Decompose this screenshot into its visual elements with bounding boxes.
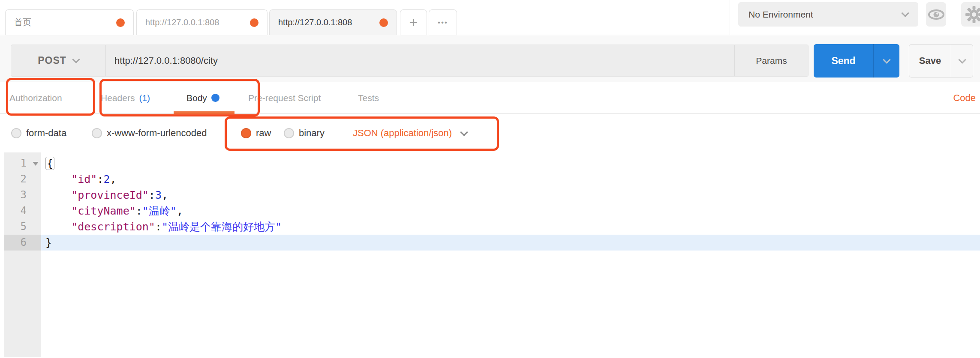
method-label: POST	[38, 55, 66, 66]
request-tab-1[interactable]: 首页	[5, 9, 134, 35]
body-type-option-x-www-form-urlencoded[interactable]: x-www-form-urlencoded	[92, 114, 207, 152]
code-line-content[interactable]: "provinceId":3,	[41, 187, 980, 203]
unsaved-changes-dot-icon	[116, 18, 125, 27]
tab-body[interactable]: Body	[186, 82, 219, 113]
headers-count-badge: (1)	[139, 93, 150, 103]
body-type-row: form-datax-www-form-urlencodedrawbinary …	[0, 114, 980, 152]
tab-authorization[interactable]: Authorization	[9, 82, 62, 113]
radio-label: binary	[299, 128, 325, 139]
editor-line-4[interactable]: 4 "cityName":"温岭",	[0, 203, 980, 219]
radio-label: form-data	[26, 128, 66, 139]
body-type-option-binary[interactable]: binary	[284, 114, 325, 152]
postman-window: 首页http://127.0.0.1:808http://127.0.0.1:8…	[0, 0, 980, 358]
send-button[interactable]: Send	[814, 44, 899, 78]
tab-label: http://127.0.0.1:808	[278, 18, 374, 27]
code-token-str: "温岭"	[142, 205, 177, 217]
chevron-down-icon	[958, 56, 966, 63]
code-token-plain	[45, 221, 71, 233]
tab-headers[interactable]: Headers(1)	[101, 82, 150, 113]
code-token-plain	[45, 173, 71, 185]
code-token-punc: ,	[177, 205, 183, 217]
tab-label: 首页	[14, 17, 111, 28]
tab-pre-request-script[interactable]: Pre-request Script	[248, 82, 321, 113]
code-token-key: "cityName"	[71, 205, 136, 217]
editor-line-1[interactable]: 1{	[0, 155, 980, 171]
tab-label: Body	[186, 93, 207, 103]
send-label: Send	[814, 44, 873, 78]
header-divider	[730, 0, 730, 35]
request-builder-row: POST http://127.0.0.1:8080/city Params S…	[0, 35, 980, 82]
line-number: 2	[4, 171, 41, 187]
tab-label: Headers	[101, 93, 135, 103]
radio-unselected-icon[interactable]	[92, 128, 102, 138]
request-section-tabs: AuthorizationHeaders(1)BodyPre-request S…	[0, 82, 980, 114]
code-token-punc: :	[149, 189, 155, 201]
new-tab-button[interactable]: +	[400, 9, 427, 35]
method-selector[interactable]: POST	[11, 45, 106, 76]
chevron-down-icon	[460, 128, 468, 136]
code-token-key: "provinceId"	[71, 189, 149, 201]
unsaved-changes-dot-icon	[379, 18, 388, 27]
line-number: 5	[4, 219, 41, 235]
code-token-punc: :	[155, 221, 162, 233]
code-token-punc: :	[136, 205, 142, 217]
code-token-punc: }	[45, 236, 52, 249]
editor-line-6[interactable]: 6}	[0, 235, 980, 251]
code-line-content[interactable]: "id":2,	[41, 171, 980, 187]
eye-icon	[928, 9, 944, 21]
url-bar: POST http://127.0.0.1:8080/city Params	[11, 45, 809, 77]
radio-label: x-www-form-urlencoded	[107, 128, 207, 139]
code-token-punc-matched: {	[45, 157, 54, 170]
code-token-punc: ,	[162, 189, 168, 201]
line-number: 3	[4, 187, 41, 203]
body-type-option-form-data[interactable]: form-data	[11, 114, 66, 152]
code-token-key: "id"	[71, 173, 97, 185]
tab-strip: 首页http://127.0.0.1:808http://127.0.0.1:8…	[0, 0, 980, 35]
chevron-down-icon	[883, 56, 890, 63]
editor-line-5[interactable]: 5 "description":"温岭是个靠海的好地方"	[0, 219, 980, 235]
content-type-label: JSON (application/json)	[353, 128, 452, 139]
send-options-button[interactable]	[873, 44, 899, 78]
unsaved-changes-dot-icon	[250, 18, 259, 27]
code-token-num: 2	[104, 173, 110, 185]
settings-button[interactable]	[961, 2, 980, 27]
tab-label: Authorization	[9, 93, 62, 103]
radio-label: raw	[256, 128, 271, 139]
content-type-selector[interactable]: JSON (application/json)	[353, 114, 467, 152]
code-line-content[interactable]: }	[41, 235, 980, 251]
body-type-option-raw[interactable]: raw	[241, 114, 271, 152]
environment-selected-label: No Environment	[749, 9, 902, 20]
more-tabs-button[interactable]: •••	[429, 9, 457, 35]
tab-label: Tests	[358, 93, 379, 103]
params-button[interactable]: Params	[734, 45, 808, 76]
environment-selector[interactable]: No Environment	[738, 2, 918, 27]
url-input[interactable]: http://127.0.0.1:8080/city	[106, 45, 734, 76]
code-link[interactable]: Code	[953, 82, 976, 113]
code-token-num: 3	[155, 189, 162, 201]
environment-quick-look-button[interactable]	[926, 2, 946, 27]
tab-label: http://127.0.0.1:808	[145, 18, 245, 27]
gear-icon	[965, 6, 980, 23]
body-filled-dot-icon	[211, 94, 219, 102]
chevron-down-icon	[72, 55, 80, 63]
code-token-punc: ,	[110, 173, 117, 185]
code-line-content[interactable]: {	[41, 155, 980, 171]
radio-unselected-icon[interactable]	[11, 128, 21, 138]
line-number: 6	[4, 235, 41, 251]
code-token-plain	[45, 205, 71, 217]
code-line-content[interactable]: "cityName":"温岭",	[41, 203, 980, 219]
radio-unselected-icon[interactable]	[284, 128, 294, 138]
save-button[interactable]: Save	[909, 44, 973, 78]
request-tab-2[interactable]: http://127.0.0.1:808	[136, 9, 268, 35]
line-number: 4	[4, 203, 41, 219]
request-body-editor[interactable]: 1{2 "id":2,3 "provinceId":3,4 "cityName"…	[0, 152, 980, 358]
request-tab-3[interactable]: http://127.0.0.1:808	[269, 9, 397, 35]
tab-tests[interactable]: Tests	[358, 82, 379, 113]
fold-arrow-icon[interactable]	[33, 162, 39, 166]
save-options-button[interactable]	[951, 45, 973, 77]
tab-label: Pre-request Script	[248, 93, 321, 103]
editor-line-3[interactable]: 3 "provinceId":3,	[0, 187, 980, 203]
code-line-content[interactable]: "description":"温岭是个靠海的好地方"	[41, 219, 980, 235]
radio-selected-icon[interactable]	[241, 128, 251, 138]
editor-line-2[interactable]: 2 "id":2,	[0, 171, 980, 187]
